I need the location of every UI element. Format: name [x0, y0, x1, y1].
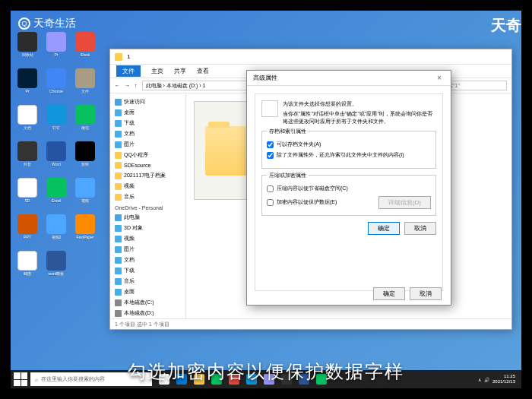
dialog-inner-buttons: 确定 取消	[261, 222, 436, 235]
sidebar-item[interactable]: 图片	[112, 244, 184, 255]
sidebar-item[interactable]: 本地磁盘(D:)	[112, 308, 184, 318]
index-checkbox[interactable]: 除了文件属性外，还允许索引此文件夹中文件的内容(I)	[267, 151, 431, 159]
nav-up-icon[interactable]: ↑	[135, 83, 138, 88]
dialog-outer-buttons: 确定 取消	[373, 287, 442, 300]
sidebar-item[interactable]: 本地磁盘(C:)	[112, 297, 184, 308]
video-caption: 勾选加密内容以便保护数据字样	[0, 359, 532, 384]
desktop-icon[interactable]: 剪映	[73, 141, 97, 169]
explorer-sidebar: 快速访问 桌面 下载 文档 图片 QQ小程序 SDEsource 2021117…	[110, 93, 186, 318]
sidebar-item[interactable]: 音乐	[112, 276, 184, 287]
desktop-icon[interactable]: 视频2	[44, 214, 68, 242]
cancel-button[interactable]: 取消	[404, 222, 436, 235]
ribbon-file[interactable]: 文件	[116, 65, 141, 77]
compress-encrypt-group: 压缩或加密属性 压缩内容以便节省磁盘空间(C) 加密内容以便保护数据(E) 详细…	[261, 175, 436, 216]
desktop-icon[interactable]: Word	[44, 141, 68, 169]
sidebar-item[interactable]: 3D 对象	[112, 223, 184, 233]
sidebar-item[interactable]: SDEsource	[112, 160, 184, 170]
desktop-icon[interactable]: 回收站	[15, 32, 40, 59]
sidebar-item[interactable]: 文档	[112, 255, 184, 265]
group-title: 压缩或加密属性	[267, 172, 309, 179]
sidebar-item[interactable]: QQ小程序	[112, 150, 184, 160]
desktop-icon[interactable]: SD	[15, 178, 40, 205]
desktop-icon[interactable]: 视频	[73, 178, 97, 205]
sidebar-item[interactable]: 视频	[112, 233, 184, 244]
dialog-title: 高级属性	[253, 74, 277, 82]
sidebar-item[interactable]: 视频	[112, 181, 184, 192]
sidebar-onedrive[interactable]: OneDrive - Personal	[115, 205, 184, 211]
dialog-titlebar[interactable]: 高级属性 ×	[247, 71, 451, 86]
desktop-icon[interactable]: 抖音	[15, 141, 40, 169]
desktop-icon[interactable]: 文件	[73, 68, 97, 96]
brand-icon: Q	[18, 17, 30, 30]
sidebar-item[interactable]: 文档	[112, 128, 184, 139]
desktop-icon[interactable]: Excel	[44, 178, 68, 205]
encrypt-checkbox[interactable]: 加密内容以便保护数据(E)	[267, 198, 337, 206]
sidebar-item[interactable]: 下载	[112, 118, 184, 128]
sidebar-item[interactable]: 音乐	[112, 192, 184, 202]
watermark-left-text: 天奇生活	[33, 17, 76, 30]
window-title: 1	[127, 53, 130, 60]
dialog-desc: 为该文件夹选择你想要的设置。	[283, 100, 436, 108]
nav-back-icon[interactable]: ←	[115, 83, 120, 88]
explorer-titlebar[interactable]: 1	[110, 49, 511, 65]
nav-fwd-icon[interactable]: →	[125, 83, 130, 88]
cancel-button-outer[interactable]: 取消	[410, 287, 442, 300]
dialog-body: 为该文件夹选择你想要的设置。 当你在"属性"对话框中单击"确定"或"应用"时，系…	[255, 93, 443, 291]
desktop-icon[interactable]: 文档	[15, 105, 40, 132]
dialog-description-row: 为该文件夹选择你想要的设置。 当你在"属性"对话框中单击"确定"或"应用"时，系…	[261, 100, 436, 125]
watermark-left: Q 天奇生活	[18, 17, 76, 30]
desktop-icon[interactable]: iDesk	[73, 32, 97, 59]
details-button[interactable]: 详细信息(D)	[378, 196, 431, 209]
advanced-attributes-dialog: 高级属性 × 为该文件夹选择你想要的设置。 当你在"属性"对话框中单击"确定"或…	[246, 70, 451, 306]
ok-button-outer[interactable]: 确定	[373, 287, 405, 300]
sidebar-item[interactable]: 桌面	[112, 287, 184, 297]
archive-checkbox[interactable]: 可以存档文件夹(A)	[267, 141, 431, 148]
desktop-icon[interactable]: Pr	[15, 68, 40, 96]
watermark-right: 天奇	[491, 15, 521, 36]
desktop-icon[interactable]: 微信	[73, 105, 97, 132]
desktop-icon[interactable]: 截图	[15, 251, 40, 278]
explorer-statusbar: 1 个项目 选中 1 个项目	[110, 318, 511, 329]
sidebar-quick-access[interactable]: 快速访问	[112, 97, 184, 107]
close-icon[interactable]: ×	[434, 73, 445, 84]
desktop-icon[interactable]: FastPaper	[73, 214, 97, 242]
sidebar-item[interactable]: 2021117电子档案	[112, 170, 184, 181]
sidebar-item[interactable]: 图片	[112, 139, 184, 150]
sidebar-item[interactable]: 下载	[112, 265, 184, 276]
titlebar-icons	[115, 53, 122, 61]
sidebar-item[interactable]: 桌面	[112, 107, 184, 118]
desktop-frame: Q 天奇生活 天奇 回收站 Pr iDesk Pr Chrome 文件 文档 钉…	[11, 11, 521, 388]
desktop-icon[interactable]: word模板	[44, 251, 68, 278]
desktop-icons-grid: 回收站 Pr iDesk Pr Chrome 文件 文档 钉钉 微信 抖音 Wo…	[15, 32, 97, 278]
desktop-icon[interactable]: 钉钉	[44, 105, 68, 132]
desktop-icon[interactable]: Pr	[44, 32, 68, 59]
ribbon-view[interactable]: 查看	[197, 67, 209, 75]
compress-checkbox[interactable]: 压缩内容以便节省磁盘空间(C)	[267, 185, 431, 192]
folder-settings-icon	[261, 100, 278, 117]
group-title: 存档和索引属性	[267, 128, 309, 135]
desktop-icon[interactable]: Chrome	[44, 68, 68, 96]
ribbon-share[interactable]: 共享	[174, 67, 186, 75]
archive-group: 存档和索引属性 可以存档文件夹(A) 除了文件属性外，还允许索引此文件夹中文件的…	[261, 131, 436, 169]
sidebar-thispc[interactable]: 此电脑	[112, 212, 184, 223]
desktop-icon[interactable]: PPT	[15, 214, 40, 242]
dialog-desc2: 当你在"属性"对话框中单击"确定"或"应用"时，系统会询问你是否将这些更改同时应…	[283, 110, 436, 125]
ribbon-home[interactable]: 主页	[151, 67, 163, 75]
ok-button[interactable]: 确定	[368, 222, 400, 235]
